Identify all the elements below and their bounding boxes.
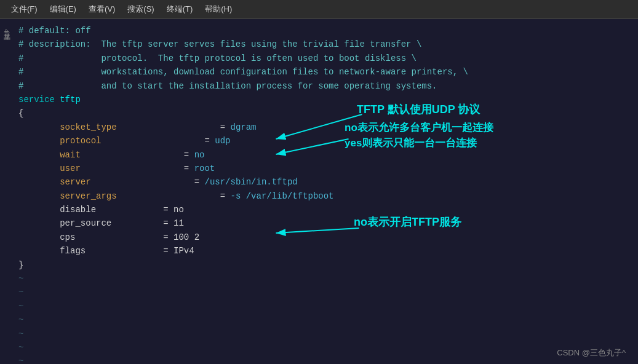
param-value: /usr/sbin/in.tftpd: [199, 175, 298, 189]
param-value: root: [189, 162, 215, 175]
code-line: protocol = udp: [18, 134, 632, 148]
comment-text: # workstations, download configuration f…: [18, 65, 468, 79]
param-eq: =: [117, 189, 225, 203]
tilde: ~: [18, 341, 23, 354]
menubar: 文件(F)编辑(E)查看(V)搜索(S)终端(T)帮助(H): [0, 0, 638, 19]
param-eq: =: [91, 175, 199, 189]
menu-item[interactable]: 终端(T): [161, 2, 199, 16]
plain-text: cps = 100 2: [18, 231, 199, 244]
comment-text: # default: off: [18, 24, 91, 38]
param-eq: =: [101, 134, 209, 148]
code-line: # workstations, download configuration f…: [18, 65, 632, 79]
sidebar: 立立立4: [0, 19, 12, 364]
code-line: ~: [18, 313, 632, 326]
code-line: service tftp: [18, 93, 632, 106]
plain-text: disable = no: [18, 203, 184, 216]
menu-item[interactable]: 编辑(E): [44, 2, 82, 16]
tilde: ~: [18, 327, 23, 341]
code-area: # default: off# description: The tftp se…: [12, 19, 638, 364]
tilde: ~: [18, 299, 23, 313]
keyword-service: service tftp: [18, 93, 81, 106]
code-line: # description: The tftp server serves fi…: [18, 38, 632, 51]
brace: }: [18, 258, 23, 272]
menu-item[interactable]: 查看(V): [82, 2, 121, 16]
param-name: protocol: [18, 134, 101, 148]
menu-item[interactable]: 搜索(S): [121, 2, 160, 16]
param-eq: =: [117, 121, 225, 134]
comment-text: # and to start the installation process …: [18, 79, 437, 93]
comment-text: # protocol. The tftp protocol is often u…: [18, 52, 417, 65]
param-value: dgram: [225, 121, 256, 134]
code-line: socket_type = dgram: [18, 121, 632, 134]
code-line: ~: [18, 272, 632, 285]
comment-text: # description: The tftp server serves fi…: [18, 38, 421, 51]
code-line: ~: [18, 341, 632, 354]
menu-item[interactable]: 文件(F): [5, 2, 44, 16]
param-value: -s /var/lib/tftpboot: [225, 189, 333, 203]
menu-item[interactable]: 帮助(H): [199, 2, 238, 16]
watermark: CSDN @三色丸子^: [557, 347, 626, 358]
param-name: wait: [18, 148, 81, 162]
code-line: }: [18, 258, 632, 272]
brace: {: [18, 106, 23, 120]
tilde: ~: [18, 285, 23, 299]
code-line: per_source = 11: [18, 216, 632, 230]
plain-text: per_source = 11: [18, 216, 184, 230]
tilde: ~: [18, 272, 23, 285]
code-line: # default: off: [18, 24, 632, 38]
editor: 立立立4 # default: off# description: The tf…: [0, 19, 638, 364]
param-value: no: [189, 148, 204, 162]
param-name: server: [18, 175, 91, 189]
code-line: # protocol. The tftp protocol is often u…: [18, 52, 632, 65]
code-line: {: [18, 106, 632, 120]
code-line: server = /usr/sbin/in.tftpd: [18, 175, 632, 189]
code-line: ~: [18, 354, 632, 364]
code-line: wait = no: [18, 148, 632, 162]
param-name: socket_type: [18, 121, 117, 134]
tilde: ~: [18, 313, 23, 326]
code-line: user = root: [18, 162, 632, 175]
code-line: ~: [18, 299, 632, 313]
code-line: server_args = -s /var/lib/tftpboot: [18, 189, 632, 203]
code-line: ~: [18, 285, 632, 299]
code-line: ~: [18, 327, 632, 341]
param-name: server_args: [18, 189, 117, 203]
code-line: flags = IPv4: [18, 244, 632, 258]
code-line: # and to start the installation process …: [18, 79, 632, 93]
sidebar-icon: 4: [2, 29, 10, 33]
code-line: cps = 100 2: [18, 231, 632, 244]
param-name: user: [18, 162, 81, 175]
tilde: ~: [18, 354, 23, 364]
param-eq: =: [81, 148, 189, 162]
param-value: udp: [210, 134, 231, 148]
plain-text: flags = IPv4: [18, 244, 194, 258]
code-line: disable = no: [18, 203, 632, 216]
param-eq: =: [81, 162, 189, 175]
